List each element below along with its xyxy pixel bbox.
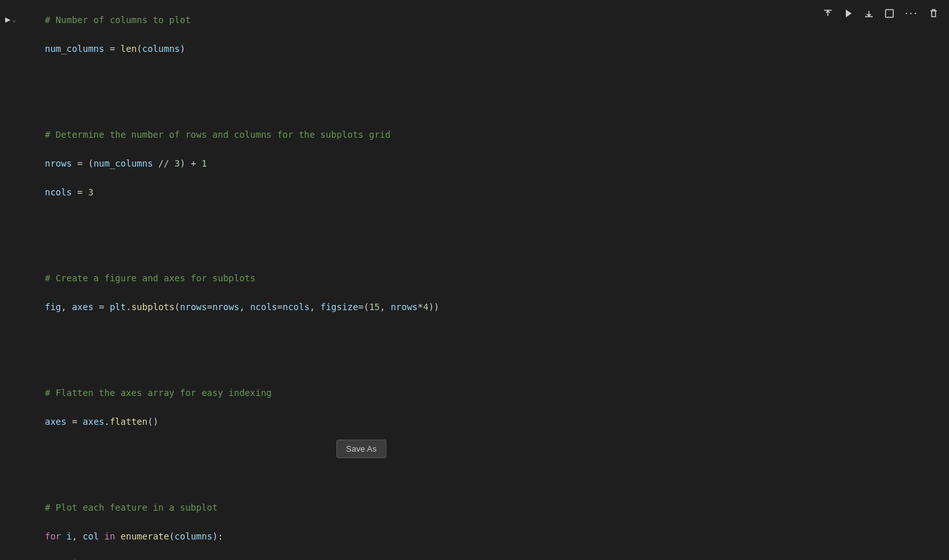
comment-3: # Create a figure and axes for subplots (45, 273, 256, 283)
delete-cell-button[interactable] (925, 6, 943, 21)
comment-5: # Plot each feature in a subplot (45, 502, 218, 513)
comment-1: # Number of columns to plot (45, 15, 191, 25)
cell-execute-button[interactable]: ▶ ⌄ (5, 14, 16, 25)
run-cell-button[interactable] (839, 6, 857, 21)
save-as-label: Save As (346, 444, 377, 454)
chevron-down-icon: ⌄ (12, 15, 16, 24)
code-content: # Number of columns to plot num_columns … (45, 13, 949, 558)
clear-output-button[interactable] (880, 6, 898, 21)
svg-marker-0 (846, 10, 852, 17)
comment-2: # Determine the number of rows and colum… (45, 129, 390, 140)
code-cell: ▶ ⌄ # Number of columns to plot num_colu… (0, 13, 949, 560)
code-editor: ▶ ⌄ # Number of columns to plot num_colu… (0, 0, 949, 560)
notebook-toolbar: ··· (813, 0, 949, 26)
svg-rect-1 (886, 10, 893, 17)
comment-4: # Flatten the axes array for easy indexi… (45, 388, 272, 398)
save-as-tooltip: Save As (336, 440, 386, 458)
more-options-button[interactable]: ··· (901, 4, 922, 22)
run-triangle-icon: ▶ (5, 14, 10, 25)
run-all-below-button[interactable] (860, 6, 878, 21)
run-all-above-button[interactable] (819, 6, 837, 21)
